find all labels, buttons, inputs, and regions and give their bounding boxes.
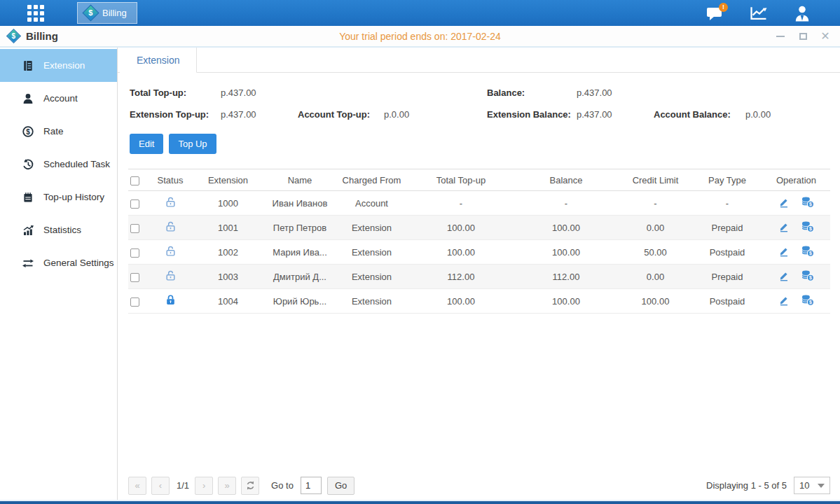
top-up-button[interactable]: Top Up xyxy=(169,134,216,154)
taskbar-tab-billing[interactable]: $ Billing xyxy=(77,2,137,24)
select-all-checkbox[interactable] xyxy=(130,176,139,186)
column-header-operation: Operation xyxy=(762,169,830,191)
topup-coins-icon[interactable]: $ xyxy=(801,294,814,306)
tab-strip: Extension xyxy=(118,48,840,73)
sidebar-item-rate[interactable]: $ Rate xyxy=(0,115,117,148)
notification-badge: ! xyxy=(719,3,728,12)
column-header-charged-from: Charged From xyxy=(335,169,408,191)
column-header-pay-type: Pay Type xyxy=(692,169,762,191)
person-icon xyxy=(21,92,34,105)
edit-pencil-icon[interactable] xyxy=(778,221,790,232)
row-checkbox[interactable] xyxy=(130,298,139,307)
topup-coins-icon[interactable]: $ xyxy=(801,220,814,232)
column-header-total-topup: Total Top-up xyxy=(408,169,514,191)
dollar-circle-icon: $ xyxy=(21,125,34,138)
name-cell: Юрий Юрь... xyxy=(265,289,335,314)
lock-open-icon xyxy=(165,220,177,232)
line-chart-glyph xyxy=(750,5,768,21)
sidebar-item-scheduled-task[interactable]: Scheduled Task xyxy=(0,148,117,181)
extension-balance-label: Extension Balance: xyxy=(487,109,577,120)
pay-type-cell: - xyxy=(692,191,762,216)
apps-grid-icon[interactable] xyxy=(24,4,48,23)
sidebar: Extension Account $ Rate Scheduled Task xyxy=(0,48,118,500)
minimize-button[interactable] xyxy=(776,31,785,41)
row-checkbox[interactable] xyxy=(130,273,139,282)
sliders-arrows-icon xyxy=(21,256,34,270)
close-button[interactable]: ✕ xyxy=(820,31,830,41)
history-clock-icon xyxy=(21,158,34,171)
total-topup-cell: 112.00 xyxy=(408,265,514,289)
page-size-value: 10 xyxy=(799,480,809,491)
sidebar-item-extension[interactable]: Extension xyxy=(0,49,117,82)
reports-chart-icon[interactable] xyxy=(749,4,769,22)
maximize-button[interactable] xyxy=(798,31,808,41)
row-checkbox[interactable] xyxy=(130,200,139,209)
sidebar-item-label: Scheduled Task xyxy=(43,159,110,169)
operation-cell: $ xyxy=(762,265,830,289)
row-checkbox[interactable] xyxy=(130,248,139,258)
tab-extension[interactable]: Extension xyxy=(120,48,197,73)
first-page-button[interactable]: « xyxy=(128,477,146,495)
status-cell xyxy=(149,265,191,289)
window-titlebar: $ Billing Your trial period ends on: 201… xyxy=(0,26,840,48)
table-row: 1000Иван ИвановAccount----$ xyxy=(128,191,830,216)
edit-pencil-icon[interactable] xyxy=(778,197,790,208)
goto-page-input[interactable] xyxy=(301,477,322,494)
last-page-button[interactable]: » xyxy=(218,477,236,495)
balance-summary: Total Top-up: p.437.00 Balance: p.437.00… xyxy=(130,82,830,125)
refresh-button[interactable] xyxy=(241,477,259,495)
edit-pencil-icon[interactable] xyxy=(778,295,790,306)
svg-text:$: $ xyxy=(809,251,812,256)
edit-pencil-icon[interactable] xyxy=(778,246,790,257)
next-page-button[interactable]: › xyxy=(195,477,213,495)
edit-pencil-icon[interactable] xyxy=(778,270,790,281)
topup-coins-icon[interactable]: $ xyxy=(801,196,814,208)
svg-text:$: $ xyxy=(809,275,812,281)
charged-from-cell: Account xyxy=(335,191,408,216)
sidebar-item-general-settings[interactable]: General Settings xyxy=(0,246,117,279)
apps-grid-icon-glyph xyxy=(25,4,46,22)
window-bottom-edge xyxy=(0,500,840,504)
trial-notice: Your trial period ends on: 2017-02-24 xyxy=(0,31,840,42)
account-balance-label: Account Balance: xyxy=(654,109,745,120)
svg-text:$: $ xyxy=(809,202,812,207)
refresh-icon xyxy=(245,480,256,491)
lock-open-icon xyxy=(165,196,177,208)
total-topup-label: Total Top-up: xyxy=(130,88,221,98)
sidebar-item-label: Account xyxy=(43,93,78,104)
sidebar-item-label: Statistics xyxy=(43,225,81,235)
go-button[interactable]: Go xyxy=(327,477,354,495)
extension-topup-value: p.437.00 xyxy=(221,109,298,120)
person-glyph xyxy=(793,5,811,22)
sidebar-item-statistics[interactable]: Statistics xyxy=(0,214,117,246)
maximize-icon xyxy=(799,33,807,40)
column-header-balance: Balance xyxy=(514,169,619,191)
sidebar-item-account[interactable]: Account xyxy=(0,82,117,115)
sidebar-item-label: General Settings xyxy=(43,258,114,268)
extension-cell: 1001 xyxy=(191,216,265,240)
status-cell xyxy=(149,240,191,265)
extension-balance-value: p.437.00 xyxy=(577,109,654,120)
extension-topup-label: Extension Top-up: xyxy=(130,109,221,120)
name-cell: Дмитрий Д... xyxy=(265,265,335,289)
page-size-select[interactable]: 10 xyxy=(794,477,830,494)
row-checkbox[interactable] xyxy=(130,224,139,233)
extensions-table: Status Extension Name Charged From Total… xyxy=(128,169,830,314)
pay-type-cell: Prepaid xyxy=(692,216,762,240)
topup-coins-icon[interactable]: $ xyxy=(801,270,814,281)
charged-from-cell: Extension xyxy=(335,265,408,289)
charged-from-cell: Extension xyxy=(335,216,408,240)
operation-cell: $ xyxy=(762,216,830,240)
user-icon[interactable] xyxy=(792,4,812,22)
total-topup-value: p.437.00 xyxy=(221,88,298,98)
sidebar-item-topup-history[interactable]: Top-up History xyxy=(0,181,117,214)
operation-cell: $ xyxy=(762,191,830,216)
messages-icon[interactable]: ! xyxy=(705,4,725,22)
column-header-name: Name xyxy=(265,169,335,191)
total-topup-cell: 100.00 xyxy=(408,240,514,265)
topup-coins-icon[interactable]: $ xyxy=(801,245,814,257)
edit-button[interactable]: Edit xyxy=(130,134,163,154)
pagination-bar: « ‹ 1/1 › » Go to Go Displaying 1 - 5 of… xyxy=(128,476,830,495)
prev-page-button[interactable]: ‹ xyxy=(151,477,170,495)
pay-type-cell: Prepaid xyxy=(692,265,762,289)
